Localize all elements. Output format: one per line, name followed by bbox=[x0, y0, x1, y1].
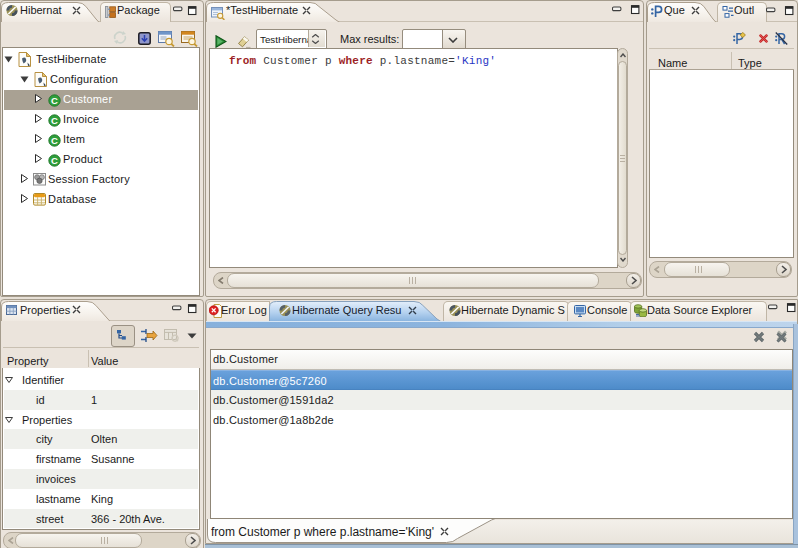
svg-text:C: C bbox=[51, 115, 58, 126]
svg-text:C: C bbox=[51, 135, 58, 146]
svg-text:C: C bbox=[51, 95, 58, 106]
svg-text:C: C bbox=[51, 155, 58, 166]
